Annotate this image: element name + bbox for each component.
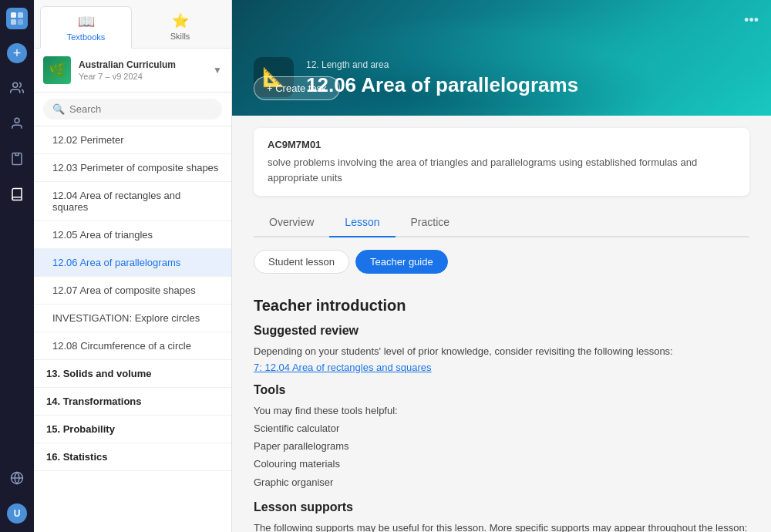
sidebar-item-investigation[interactable]: INVESTIGATION: Explore circles — [34, 305, 231, 332]
svg-rect-6 — [15, 153, 19, 156]
sidebar-item-14[interactable]: 14. Transformations — [34, 388, 231, 416]
add-button[interactable]: + — [7, 43, 27, 63]
tab-practice[interactable]: Practice — [396, 208, 466, 237]
search-input[interactable] — [69, 103, 213, 115]
tools-intro: You may find these tools helpful: — [254, 403, 749, 419]
standard-card: AC9M7M01 solve problems involving the ar… — [254, 128, 749, 196]
sidebar-list: 12.02 Perimeter 12.03 Perimeter of compo… — [34, 126, 231, 532]
main-content: ••• 📐 12. Length and area 12.06 Area of … — [232, 0, 771, 532]
tool-item-3: Colouring materials — [254, 455, 749, 473]
clipboard-icon[interactable] — [6, 148, 28, 170]
standard-description: solve problems involving the area of tri… — [268, 155, 736, 185]
content-tabs: Overview Lesson Practice — [254, 208, 749, 237]
subtab-student[interactable]: Student lesson — [254, 250, 349, 274]
search-input-wrap: 🔍 — [43, 99, 222, 120]
hero-title: 12.06 Area of parallelograms — [306, 73, 578, 97]
app-logo[interactable] — [6, 8, 28, 29]
sidebar-item-16[interactable]: 16. Statistics — [34, 443, 231, 471]
more-options-button[interactable]: ••• — [744, 12, 759, 29]
tools-heading: Tools — [254, 383, 749, 397]
search-icon: 🔍 — [52, 103, 65, 115]
curriculum-selector[interactable]: 🌿 Australian Curriculum Year 7 – v9 2024… — [34, 49, 231, 93]
lesson-supports-body: The following supports may be useful for… — [254, 520, 749, 532]
hero-banner: ••• 📐 12. Length and area 12.06 Area of … — [232, 0, 771, 116]
suggested-review-heading: Suggested review — [254, 324, 749, 338]
tab-textbooks[interactable]: 📖 Textbooks — [40, 6, 132, 49]
user-avatar-icon[interactable]: U — [6, 503, 28, 524]
person-icon[interactable] — [6, 113, 28, 134]
svg-rect-3 — [18, 19, 23, 25]
svg-rect-0 — [11, 12, 16, 18]
sidebar-item-12-06[interactable]: 12.06 Area of parallelograms — [34, 249, 231, 277]
sidebar-tabs: 📖 Textbooks ⭐ Skills — [34, 0, 231, 49]
subtab-teacher[interactable]: Teacher guide — [355, 250, 448, 274]
svg-rect-1 — [18, 12, 23, 18]
search-box: 🔍 — [34, 93, 231, 126]
suggested-review-link[interactable]: 7: 12.04 Area of rectangles and squares — [254, 362, 432, 373]
sidebar-item-12-03[interactable]: 12.03 Perimeter of composite shapes — [34, 154, 231, 182]
sidebar-item-12-02[interactable]: 12.02 Perimeter — [34, 126, 231, 154]
curriculum-subtitle: Year 7 – v9 2024 — [79, 72, 205, 81]
sidebar-item-15[interactable]: 15. Probability — [34, 416, 231, 443]
standard-code: AC9M7M01 — [268, 139, 736, 150]
tool-item-4: Graphic organiser — [254, 473, 749, 491]
main-heading: Teacher introduction — [254, 297, 749, 315]
skills-tab-label: Skills — [170, 32, 190, 41]
icon-bar: + U — [0, 0, 34, 532]
chevron-down-icon: ▼ — [213, 65, 222, 76]
groups-icon[interactable] — [6, 77, 28, 99]
tab-lesson[interactable]: Lesson — [329, 208, 395, 237]
curriculum-title: Australian Curriculum — [79, 59, 205, 72]
textbooks-tab-icon: 📖 — [78, 13, 95, 30]
svg-point-5 — [15, 118, 19, 123]
sub-tabs: Student lesson Teacher guide — [232, 237, 771, 280]
tool-item-1: Scientific calculator — [254, 419, 749, 437]
sidebar-item-12-04[interactable]: 12.04 Area of rectangles and squares — [34, 182, 231, 221]
globe-icon[interactable] — [6, 467, 28, 489]
skills-tab-icon: ⭐ — [172, 12, 189, 29]
content-area: Teacher introduction Suggested review De… — [232, 280, 771, 532]
tools-list: Scientific calculator Paper parallelogra… — [254, 419, 749, 492]
curriculum-text: Australian Curriculum Year 7 – v9 2024 — [79, 59, 205, 81]
textbooks-tab-label: Textbooks — [67, 32, 106, 42]
tool-item-2: Paper parallelograms — [254, 437, 749, 455]
sidebar-item-13[interactable]: 13. Solids and volume — [34, 360, 231, 388]
hero-chapter: 12. Length and area — [306, 59, 578, 70]
sidebar-item-12-07[interactable]: 12.07 Area of composite shapes — [34, 277, 231, 305]
sidebar-item-12-08[interactable]: 12.08 Circumference of a circle — [34, 332, 231, 360]
create-task-label: + Create task — [267, 82, 327, 94]
svg-rect-2 — [11, 19, 16, 25]
suggested-review-body: Depending on your students' level of pri… — [254, 344, 749, 360]
curriculum-icon: 🌿 — [43, 56, 71, 84]
svg-point-4 — [13, 82, 18, 87]
sidebar: 📖 Textbooks ⭐ Skills 🌿 Australian Curric… — [34, 0, 232, 532]
tab-overview[interactable]: Overview — [254, 208, 329, 237]
sidebar-item-12-05[interactable]: 12.05 Area of triangles — [34, 221, 231, 249]
create-task-button[interactable]: + Create task — [254, 76, 340, 100]
tab-skills[interactable]: ⭐ Skills — [135, 6, 225, 48]
book-icon[interactable] — [6, 184, 28, 205]
lesson-supports-heading: Lesson supports — [254, 500, 749, 514]
